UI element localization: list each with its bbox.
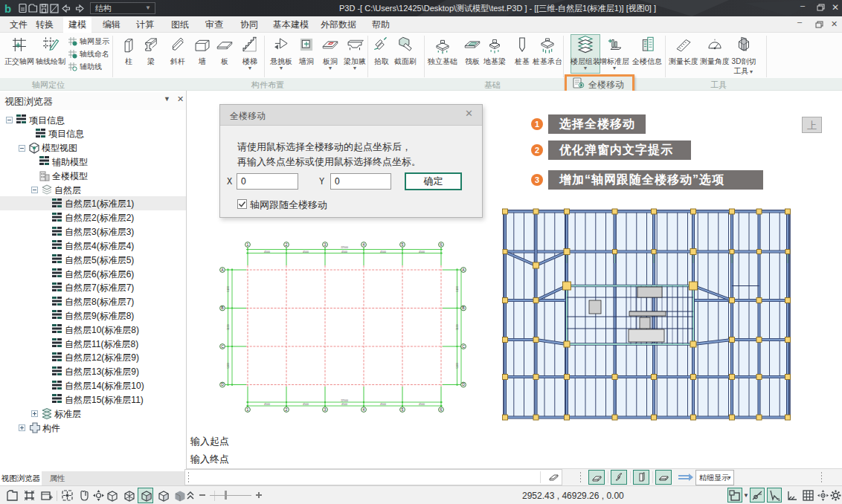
svg-text:D: D <box>462 382 465 387</box>
svg-text:22500: 22500 <box>341 246 348 249</box>
svg-text:C: C <box>221 344 224 349</box>
svg-text:22500: 22500 <box>341 399 348 402</box>
svg-text:5100: 5100 <box>456 286 459 292</box>
svg-text:5100: 5100 <box>227 286 230 292</box>
svg-text:4500: 4500 <box>264 251 270 253</box>
svg-text:D: D <box>221 382 224 387</box>
svg-text:4500: 4500 <box>303 403 309 406</box>
svg-text:5100: 5100 <box>227 363 230 369</box>
svg-text:4: 4 <box>363 407 365 412</box>
svg-text:6: 6 <box>440 242 443 247</box>
svg-text:4500: 4500 <box>341 251 347 253</box>
svg-text:2: 2 <box>286 407 288 412</box>
svg-text:4500: 4500 <box>419 403 425 406</box>
svg-text:5: 5 <box>402 242 404 247</box>
svg-text:4500: 4500 <box>419 251 425 253</box>
svg-text:4500: 4500 <box>303 251 309 253</box>
svg-text:3: 3 <box>324 242 327 247</box>
svg-text:5: 5 <box>402 407 404 412</box>
svg-text:4500: 4500 <box>341 403 347 406</box>
svg-text:5100: 5100 <box>227 324 230 330</box>
svg-text:4: 4 <box>363 242 365 247</box>
svg-text:5100: 5100 <box>456 363 459 369</box>
svg-text:4500: 4500 <box>380 251 386 253</box>
svg-text:4500: 4500 <box>264 403 270 406</box>
svg-text:6: 6 <box>440 407 443 412</box>
svg-text:C: C <box>462 344 465 349</box>
svg-text:1: 1 <box>247 407 249 412</box>
svg-text:5100: 5100 <box>456 324 459 330</box>
svg-text:b: b <box>4 2 11 14</box>
svg-text:1: 1 <box>247 242 249 247</box>
svg-text:4500: 4500 <box>380 403 386 406</box>
svg-text:2: 2 <box>286 242 288 247</box>
svg-text:3: 3 <box>324 407 327 412</box>
